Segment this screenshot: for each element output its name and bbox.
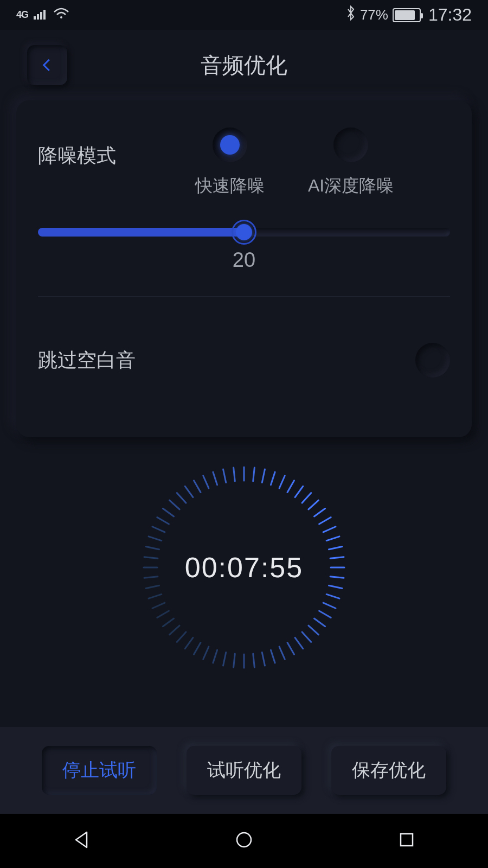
network-indicator: 4G <box>16 9 28 21</box>
svg-line-64 <box>234 468 235 481</box>
timer-dial-wrap: 00:07:55 <box>0 459 488 676</box>
svg-line-18 <box>329 547 342 550</box>
bluetooth-icon <box>346 5 356 24</box>
svg-line-49 <box>144 577 158 578</box>
signal-icon <box>34 7 48 23</box>
skip-silence-toggle[interactable] <box>415 343 450 378</box>
svg-line-29 <box>295 637 303 648</box>
action-bar: 停止试听 试听优化 保存优化 <box>0 727 488 814</box>
radio-ai-label: AI深度降噪 <box>308 174 394 198</box>
svg-line-47 <box>149 594 162 598</box>
battery-icon <box>393 8 421 22</box>
timer-dial: 00:07:55 <box>136 459 352 676</box>
svg-line-51 <box>144 557 158 559</box>
svg-line-11 <box>295 486 303 497</box>
svg-line-23 <box>326 594 339 598</box>
svg-point-4 <box>60 16 62 18</box>
svg-line-9 <box>279 476 285 488</box>
svg-line-48 <box>146 585 159 588</box>
save-optimize-button[interactable]: 保存优化 <box>331 746 446 795</box>
svg-line-30 <box>287 643 294 655</box>
divider <box>38 296 450 297</box>
page-title: 音频优化 <box>0 50 488 80</box>
slider-fill <box>38 228 244 237</box>
svg-line-6 <box>253 468 255 481</box>
stop-preview-button[interactable]: 停止试听 <box>42 746 157 795</box>
header: 音频优化 <box>0 30 488 100</box>
skip-silence-label: 跳过空白音 <box>38 347 136 374</box>
svg-line-41 <box>185 637 193 648</box>
svg-point-65 <box>237 833 251 847</box>
svg-rect-0 <box>34 16 36 20</box>
svg-line-10 <box>287 481 294 493</box>
svg-line-58 <box>177 493 186 503</box>
svg-rect-2 <box>40 12 42 20</box>
svg-line-53 <box>149 537 162 541</box>
svg-line-63 <box>223 469 226 482</box>
svg-rect-3 <box>43 10 46 20</box>
svg-line-33 <box>262 653 265 666</box>
slider-thumb[interactable] <box>236 224 252 240</box>
svg-line-15 <box>319 518 331 525</box>
svg-line-32 <box>271 650 275 663</box>
svg-line-46 <box>152 603 165 608</box>
svg-line-28 <box>302 632 311 642</box>
svg-line-24 <box>323 603 336 608</box>
denoise-mode-row: 降噪模式 快速降噪 AI深度降噪 <box>38 127 450 198</box>
radio-fast-label: 快速降噪 <box>195 174 265 198</box>
svg-line-57 <box>170 500 180 509</box>
svg-line-31 <box>279 647 285 659</box>
svg-line-13 <box>309 500 319 509</box>
svg-line-55 <box>157 518 169 525</box>
svg-line-36 <box>234 654 235 667</box>
preview-optimize-button[interactable]: 试听优化 <box>187 746 301 795</box>
svg-line-45 <box>157 611 169 618</box>
svg-line-38 <box>213 650 217 663</box>
svg-line-26 <box>314 618 325 627</box>
svg-line-44 <box>163 618 174 627</box>
svg-line-19 <box>330 557 344 559</box>
denoise-mode-label: 降噪模式 <box>38 127 195 169</box>
system-nav-bar <box>0 814 488 868</box>
svg-line-39 <box>203 647 209 659</box>
svg-line-54 <box>152 527 165 532</box>
svg-line-59 <box>185 486 193 497</box>
svg-rect-1 <box>37 14 39 20</box>
radio-ai-denoise[interactable]: AI深度降噪 <box>308 127 394 198</box>
svg-line-52 <box>146 547 159 550</box>
svg-line-56 <box>163 508 174 516</box>
svg-line-7 <box>262 469 265 482</box>
nav-recent-icon[interactable] <box>396 829 418 853</box>
svg-line-25 <box>319 611 331 618</box>
svg-rect-66 <box>401 834 413 846</box>
settings-card: 降噪模式 快速降噪 AI深度降噪 20 跳过空白音 <box>16 100 472 437</box>
nav-home-icon[interactable] <box>233 829 255 853</box>
svg-line-42 <box>177 632 186 642</box>
svg-line-62 <box>213 472 217 485</box>
wifi-icon <box>53 7 69 23</box>
svg-line-22 <box>329 585 342 588</box>
svg-line-14 <box>314 508 325 516</box>
svg-line-12 <box>302 493 311 503</box>
slider-value: 20 <box>38 248 450 272</box>
svg-line-43 <box>170 626 180 635</box>
svg-line-40 <box>194 643 201 655</box>
nav-back-icon[interactable] <box>70 829 92 853</box>
svg-line-17 <box>326 537 339 541</box>
svg-line-27 <box>309 626 319 635</box>
svg-line-16 <box>323 527 336 532</box>
battery-percent: 77% <box>360 7 388 23</box>
status-bar: 4G 77% 17:32 <box>0 0 488 30</box>
svg-line-34 <box>253 654 255 667</box>
svg-line-60 <box>194 481 201 493</box>
denoise-slider[interactable]: 20 <box>38 228 450 272</box>
svg-line-61 <box>203 476 209 488</box>
radio-fast-denoise[interactable]: 快速降噪 <box>195 127 265 198</box>
svg-line-37 <box>223 653 226 666</box>
skip-silence-row: 跳过空白音 <box>38 321 450 399</box>
clock-text: 17:32 <box>428 5 472 25</box>
dial-ticks-icon <box>136 459 352 676</box>
svg-line-21 <box>330 577 344 578</box>
svg-line-8 <box>271 472 275 485</box>
